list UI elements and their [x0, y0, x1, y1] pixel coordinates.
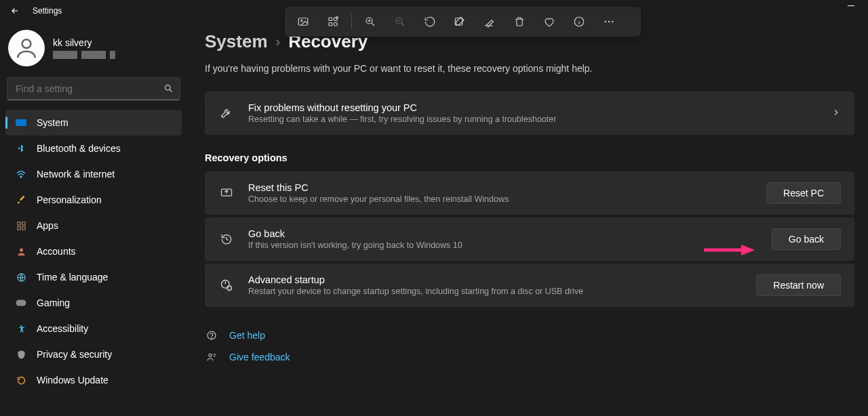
search-input[interactable] [7, 77, 180, 100]
svg-point-13 [612, 21, 613, 22]
intro-text: If you're having problems with your PC o… [205, 63, 854, 74]
sidebar-item-label: Accessibility [37, 323, 88, 334]
svg-rect-5 [334, 23, 338, 26]
sidebar-item-system[interactable]: System [5, 110, 182, 136]
svg-rect-18 [22, 222, 24, 224]
help-links: Get help Give feedback [205, 325, 854, 368]
user-block[interactable]: kk silvery [4, 30, 183, 77]
chevron-right-icon [831, 108, 841, 119]
sidebar-item-label: Privacy & security [37, 349, 112, 360]
card-fix-problems[interactable]: Fix problems without resetting your PC R… [205, 91, 854, 135]
sidebar-item-accessibility[interactable]: Accessibility [5, 316, 182, 341]
main-content: System › Recovery If you're having probl… [187, 22, 868, 416]
sidebar-item-time[interactable]: Time & language [5, 264, 182, 290]
sidebar-item-update[interactable]: Windows Update [5, 367, 182, 393]
user-name: kk silvery [53, 37, 115, 48]
minimize-button[interactable] [848, 5, 854, 6]
sidebar-item-gaming[interactable]: Gaming [5, 290, 182, 316]
section-label: Recovery options [205, 152, 854, 163]
viewer-toolbar [285, 7, 641, 37]
svg-point-29 [211, 337, 212, 338]
reset-pc-button[interactable]: Reset PC [766, 182, 841, 204]
svg-rect-4 [329, 23, 332, 26]
sidebar-item-label: Time & language [37, 272, 108, 283]
svg-point-21 [20, 248, 23, 251]
sidebar-item-label: Personalization [37, 194, 102, 205]
sidebar-item-accounts[interactable]: Accounts [5, 238, 182, 264]
shield-icon [15, 348, 27, 360]
toolbar-separator [351, 14, 352, 29]
svg-point-11 [605, 21, 606, 22]
person-icon [15, 245, 27, 257]
svg-point-30 [209, 354, 212, 356]
grid-icon[interactable] [321, 10, 344, 33]
info-icon[interactable] [568, 10, 591, 33]
image-icon[interactable] [292, 10, 315, 33]
bluetooth-icon [15, 142, 27, 154]
restart-now-button[interactable]: Restart now [756, 274, 841, 296]
svg-point-16 [20, 176, 22, 178]
accessibility-icon [15, 323, 27, 335]
sidebar-item-label: Gaming [37, 297, 70, 308]
reset-icon [218, 185, 235, 201]
go-back-button[interactable]: Go back [772, 228, 841, 250]
card-title: Fix problems without resetting your PC [248, 102, 818, 113]
update-icon [15, 374, 27, 386]
chevron-right-icon: › [276, 34, 281, 49]
power-gear-icon [218, 277, 235, 293]
sidebar-item-personalization[interactable]: Personalization [5, 187, 182, 213]
edit-image-icon[interactable] [448, 10, 471, 33]
sidebar-item-label: Apps [37, 220, 58, 231]
card-go-back: Go back If this version isn't working, t… [205, 217, 854, 261]
card-reset-pc: Reset this PC Choose to keep or remove y… [205, 171, 854, 215]
give-feedback-link[interactable]: Give feedback [205, 346, 854, 368]
rotate-icon[interactable] [418, 10, 441, 33]
card-title: Advanced startup [248, 274, 743, 285]
user-email-redacted [53, 51, 115, 59]
card-subtitle: If this version isn't working, try going… [248, 241, 758, 250]
more-icon[interactable] [597, 10, 620, 33]
card-subtitle: Restart your device to change startup se… [248, 287, 743, 296]
history-icon [218, 231, 235, 247]
heart-icon[interactable] [538, 10, 561, 33]
feedback-icon [205, 352, 218, 362]
svg-point-14 [22, 39, 31, 48]
sidebar-item-label: Network & internet [37, 169, 115, 180]
sidebar-item-privacy[interactable]: Privacy & security [5, 341, 182, 367]
wrench-icon [218, 105, 235, 121]
link-label: Get help [229, 330, 265, 341]
apps-icon [15, 220, 27, 232]
svg-rect-2 [329, 18, 332, 21]
gamepad-icon [15, 297, 27, 309]
svg-point-24 [20, 325, 22, 327]
help-icon [205, 330, 218, 341]
svg-rect-20 [22, 226, 24, 229]
svg-point-1 [301, 20, 302, 21]
system-icon [15, 117, 27, 129]
svg-rect-0 [298, 18, 308, 26]
breadcrumb-parent[interactable]: System [205, 31, 268, 52]
card-subtitle: Resetting can take a while — first, try … [248, 115, 818, 124]
search-icon [163, 83, 174, 96]
svg-rect-19 [17, 226, 20, 229]
sidebar-item-apps[interactable]: Apps [5, 213, 182, 238]
card-subtitle: Choose to keep or remove your personal f… [248, 194, 753, 204]
card-title: Reset this PC [248, 182, 753, 193]
draw-icon[interactable] [478, 10, 501, 33]
zoom-in-icon[interactable] [359, 10, 382, 33]
search-box[interactable] [7, 77, 180, 100]
svg-point-15 [165, 85, 171, 91]
sidebar-item-network[interactable]: Network & internet [5, 161, 182, 187]
window-title: Settings [33, 6, 62, 16]
back-button[interactable] [7, 3, 23, 19]
sidebar: kk silvery System Bluetooth & devices Ne… [0, 22, 187, 416]
delete-icon[interactable] [508, 10, 531, 33]
get-help-link[interactable]: Get help [205, 325, 854, 346]
sidebar-item-bluetooth[interactable]: Bluetooth & devices [5, 136, 182, 161]
avatar [8, 30, 45, 66]
sidebar-item-label: Accounts [37, 246, 76, 257]
brush-icon [15, 194, 27, 206]
sidebar-item-label: System [37, 117, 68, 128]
svg-rect-23 [16, 300, 26, 306]
zoom-out-icon[interactable] [389, 10, 412, 33]
